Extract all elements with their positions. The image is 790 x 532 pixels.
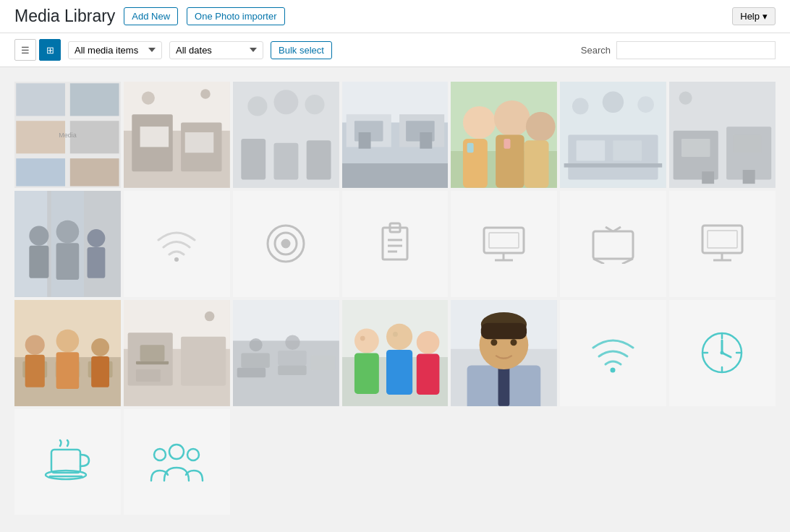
media-item[interactable] [560,300,666,406]
media-item[interactable] [233,82,339,188]
media-item[interactable] [451,82,557,188]
bulk-select-button[interactable]: Bulk select [271,41,332,59]
svg-point-64 [29,226,48,245]
svg-rect-40 [524,140,549,188]
svg-rect-103 [91,356,109,387]
svg-rect-56 [681,139,710,157]
svg-point-12 [142,92,155,105]
svg-point-122 [285,335,300,349]
list-icon: ☰ [21,45,30,56]
wifi2-icon-placeholder [560,300,666,406]
svg-point-125 [354,328,379,353]
media-item[interactable] [14,409,121,515]
svg-rect-15 [185,132,214,153]
svg-rect-57 [733,134,762,153]
svg-rect-91 [708,231,737,248]
svg-point-140 [491,339,498,346]
media-item[interactable] [342,300,449,406]
svg-rect-58 [702,171,714,184]
svg-point-100 [91,338,109,356]
grid-icon: ⊞ [46,45,54,56]
media-item[interactable] [14,300,121,406]
svg-rect-119 [278,365,307,375]
svg-point-99 [56,329,80,352]
grid-view-button[interactable]: ⊞ [39,39,61,61]
media-item[interactable] [669,300,776,406]
svg-rect-65 [29,246,48,278]
svg-rect-50 [564,163,663,168]
date-filter-dropdown[interactable]: All dates January 2024 February 2024 [169,41,263,59]
media-item[interactable] [560,191,666,297]
circle-icon-placeholder [233,191,339,297]
media-grid: Media [14,82,776,515]
media-item[interactable] [124,82,230,188]
media-item[interactable] [342,82,449,188]
svg-rect-116 [241,353,270,367]
svg-rect-30 [342,163,449,188]
svg-point-53 [679,92,692,105]
svg-rect-102 [56,352,80,389]
importer-button[interactable]: One Photo importer [187,7,284,25]
svg-rect-117 [278,351,307,365]
svg-point-98 [25,335,45,354]
svg-point-155 [154,449,166,460]
svg-point-154 [169,445,184,459]
svg-point-111 [205,312,215,322]
media-item[interactable] [124,300,230,406]
svg-point-132 [393,332,398,337]
svg-rect-101 [25,354,45,387]
people-group-icon-placeholder [124,409,230,515]
svg-rect-110 [136,361,169,364]
svg-rect-128 [386,350,412,395]
media-item[interactable] [124,409,230,515]
svg-point-35 [494,100,530,137]
media-item[interactable] [669,82,776,188]
svg-rect-38 [463,139,488,188]
svg-rect-112 [136,369,161,382]
media-item[interactable] [342,191,449,297]
media-item[interactable] [451,191,557,297]
svg-point-141 [511,339,517,346]
svg-point-36 [526,112,556,142]
search-input[interactable] [616,41,776,59]
media-item[interactable] [124,191,230,297]
svg-rect-2 [70,83,119,116]
svg-rect-130 [416,353,439,394]
svg-rect-69 [88,247,106,278]
svg-point-44 [572,98,589,115]
svg-rect-32 [420,132,432,149]
svg-point-66 [56,220,80,244]
help-button[interactable]: Help ▾ [732,7,776,25]
svg-rect-3 [16,121,65,153]
page-title: Media Library [14,7,115,26]
svg-point-13 [200,89,211,99]
media-item[interactable] [14,191,121,297]
svg-rect-67 [56,243,80,280]
svg-point-34 [463,106,496,139]
svg-rect-5 [16,158,65,186]
svg-rect-4 [70,121,119,153]
clock-icon-placeholder [669,300,776,406]
svg-point-131 [360,335,365,340]
svg-rect-118 [237,367,266,377]
media-item[interactable] [560,82,666,188]
svg-rect-88 [702,226,742,253]
svg-rect-108 [181,337,226,386]
svg-rect-1 [16,83,65,116]
media-item[interactable] [233,300,339,406]
media-item[interactable]: Media [14,82,121,188]
media-item[interactable] [233,191,339,297]
tv-icon-placeholder [560,191,666,297]
svg-point-129 [416,331,439,354]
search-label: Search [581,45,611,56]
media-item[interactable] [669,191,776,297]
clipboard-icon-placeholder [342,191,449,297]
add-new-button[interactable]: Add New [124,7,178,25]
svg-point-146 [721,351,724,354]
media-filter-dropdown[interactable]: All media items Images Audio Video Docum… [68,41,162,59]
list-view-button[interactable]: ☰ [14,39,36,61]
media-item[interactable] [451,300,557,406]
media-grid-container: Media [0,67,790,529]
svg-rect-120 [310,356,335,370]
svg-point-70 [174,257,179,262]
